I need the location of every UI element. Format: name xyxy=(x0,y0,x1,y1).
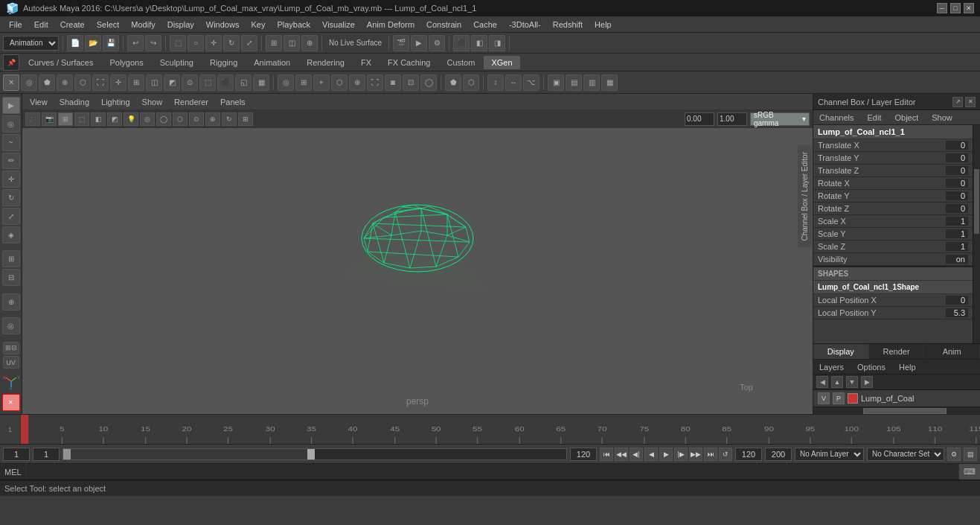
icon-tb-25[interactable]: ⬟ xyxy=(445,74,461,91)
left-move-btn[interactable]: ✛ xyxy=(2,171,20,188)
select-mode-btn[interactable]: ✕ xyxy=(3,74,19,91)
menu-edit[interactable]: Edit xyxy=(28,19,54,31)
tab-rendering[interactable]: Rendering xyxy=(299,56,352,69)
vp-tex-btn[interactable]: ◩ xyxy=(107,112,122,126)
tab-xgen[interactable]: XGen xyxy=(484,56,519,69)
icon-tb-5[interactable]: ⬡ xyxy=(74,74,91,91)
attr-val-sx[interactable]: 1 xyxy=(946,217,968,226)
char-set-select[interactable]: No Character Set xyxy=(867,448,944,461)
vp-menu-panels[interactable]: Panels xyxy=(216,96,250,108)
attr-editor-side-tab[interactable]: Channel Box / Layer Editor xyxy=(797,145,813,248)
vp-shadow-btn[interactable]: ◎ xyxy=(140,112,155,126)
menu-help[interactable]: Help xyxy=(589,19,618,31)
timeline-end-thumb[interactable] xyxy=(307,449,315,459)
viewport[interactable]: View Shading Lighting Show Renderer Pane… xyxy=(22,94,813,414)
render-settings-btn[interactable]: ⚙ xyxy=(429,35,445,51)
left-show-btn[interactable]: ⊞ xyxy=(2,250,20,267)
vp-grid-btn[interactable]: ⊞ xyxy=(58,112,73,126)
vp-color-space-btn[interactable]: sRGB gamma ▾ xyxy=(750,112,810,126)
mel-btn[interactable]: ⌨ xyxy=(958,464,980,480)
timeline-slider[interactable] xyxy=(63,448,567,460)
attr-val-rz[interactable]: 0 xyxy=(946,204,968,213)
snap-grid-btn[interactable]: ⊞ xyxy=(266,35,282,51)
scale-btn[interactable]: ⤢ xyxy=(241,35,257,51)
layer-scroll-left[interactable]: ◀ xyxy=(816,376,828,388)
cb-menu-edit[interactable]: Edit xyxy=(864,112,884,123)
maximize-btn[interactable]: □ xyxy=(950,3,961,13)
pb-step-back-btn[interactable]: ◀| xyxy=(630,448,643,461)
menu-key[interactable]: Key xyxy=(245,19,271,31)
save-file-btn[interactable]: 💾 xyxy=(103,35,119,51)
rotate-btn[interactable]: ↻ xyxy=(223,35,240,51)
layers-menu-layers[interactable]: Layers xyxy=(816,362,847,372)
current-frame-input[interactable] xyxy=(3,448,30,461)
left-grid-btn[interactable]: ⊞⊟ xyxy=(3,342,19,354)
timeline-area[interactable]: 1 5 10 15 20 25 30 35 40 45 50 55 xyxy=(0,414,980,444)
anim-layers-btn[interactable]: ◨ xyxy=(489,35,505,51)
vp-menu-view[interactable]: View xyxy=(25,96,52,108)
layer-scroll-right[interactable]: ▶ xyxy=(861,376,873,388)
icon-tb-26[interactable]: ⬡ xyxy=(463,74,479,91)
animation-mode-select[interactable]: Animation xyxy=(3,36,59,51)
scroll-h-thumb[interactable] xyxy=(863,408,947,414)
menu-create[interactable]: Create xyxy=(54,19,91,31)
tab-polygons[interactable]: Polygons xyxy=(102,56,150,69)
attr-val-ty[interactable]: 0 xyxy=(946,153,968,162)
icon-tb-7[interactable]: ✛ xyxy=(110,74,126,91)
icon-tb-8[interactable]: ⊞ xyxy=(128,74,144,91)
time-extra-btn[interactable]: ▤ xyxy=(964,448,977,461)
attr-val-tz[interactable]: 0 xyxy=(946,166,968,175)
start-frame-input[interactable] xyxy=(33,448,60,461)
attr-val-sy[interactable]: 1 xyxy=(946,229,968,238)
tab-pin[interactable]: 📌 xyxy=(3,54,19,71)
input-output-btn[interactable]: ⬛ xyxy=(453,35,470,51)
left-lasso-btn[interactable]: ~ xyxy=(2,134,20,151)
icon-tb-12[interactable]: ⬚ xyxy=(199,74,216,91)
right-scrollbar[interactable] xyxy=(973,125,980,343)
pb-play-fwd-btn[interactable]: ▶ xyxy=(659,448,673,461)
icon-tb-4[interactable]: ⊕ xyxy=(57,74,73,91)
pb-fwd-btn[interactable]: ▶▶ xyxy=(689,448,702,461)
icon-tb-27[interactable]: ↕ xyxy=(487,74,504,91)
cb-float-btn[interactable]: ↗ xyxy=(952,97,963,107)
icon-tb-16[interactable]: ◎ xyxy=(278,74,294,91)
icon-tb-19[interactable]: ⬡ xyxy=(331,74,348,91)
rp-tab-render[interactable]: Render xyxy=(869,344,925,359)
anim-layer-select[interactable]: No Anim Layer xyxy=(795,448,864,461)
pb-step-fwd-btn[interactable]: |▶ xyxy=(674,448,688,461)
attr-val-lpy[interactable]: 5.3 xyxy=(946,308,968,317)
icon-tb-11[interactable]: ⊙ xyxy=(182,74,198,91)
menu-playback[interactable]: Playback xyxy=(271,19,316,31)
attr-val-vis[interactable]: on xyxy=(946,255,968,264)
attr-val-tx[interactable]: 0 xyxy=(946,141,968,150)
icon-tb-18[interactable]: ⌖ xyxy=(313,74,330,91)
left-select-btn[interactable]: ▶ xyxy=(2,97,20,114)
vp-light-btn[interactable]: 💡 xyxy=(124,112,138,126)
vp-shade-btn[interactable]: ◧ xyxy=(91,112,106,126)
menu-redshift[interactable]: Redshift xyxy=(547,19,589,31)
rp-tab-anim[interactable]: Anim xyxy=(924,344,980,359)
tab-sculpting[interactable]: Sculpting xyxy=(153,56,201,69)
scroll-thumb[interactable] xyxy=(974,169,979,235)
icon-tb-21[interactable]: ⛶ xyxy=(367,74,383,91)
tab-animation[interactable]: Animation xyxy=(246,56,298,69)
left-select2-btn[interactable]: ◎ xyxy=(2,115,20,133)
vp-menu-show[interactable]: Show xyxy=(138,96,167,108)
snap-point-btn[interactable]: ⊕ xyxy=(301,35,318,51)
vp-mb-btn[interactable]: ↻ xyxy=(222,112,237,126)
menu-3dtoall[interactable]: -3DtoAll- xyxy=(503,19,547,31)
move-btn[interactable]: ✛ xyxy=(205,35,222,51)
layer-scroll-down[interactable]: ▼ xyxy=(846,376,858,388)
icon-tb-2[interactable]: ◎ xyxy=(21,74,37,91)
left-uvbtn[interactable]: UV xyxy=(3,356,19,369)
icon-tb-15[interactable]: ▦ xyxy=(253,74,269,91)
vp-menu-renderer[interactable]: Renderer xyxy=(170,96,213,108)
vp-dof-btn[interactable]: ⊕ xyxy=(205,112,220,126)
vp-hud-btn[interactable]: ⊞ xyxy=(238,112,253,126)
vp-exposure-input[interactable] xyxy=(717,112,747,126)
cb-menu-object[interactable]: Object xyxy=(891,112,921,123)
vp-snap-btn[interactable]: 📷 xyxy=(42,112,57,126)
vp-menu-shading[interactable]: Shading xyxy=(55,96,94,108)
tab-rigging[interactable]: Rigging xyxy=(202,56,245,69)
layer-color-box[interactable] xyxy=(848,393,858,404)
